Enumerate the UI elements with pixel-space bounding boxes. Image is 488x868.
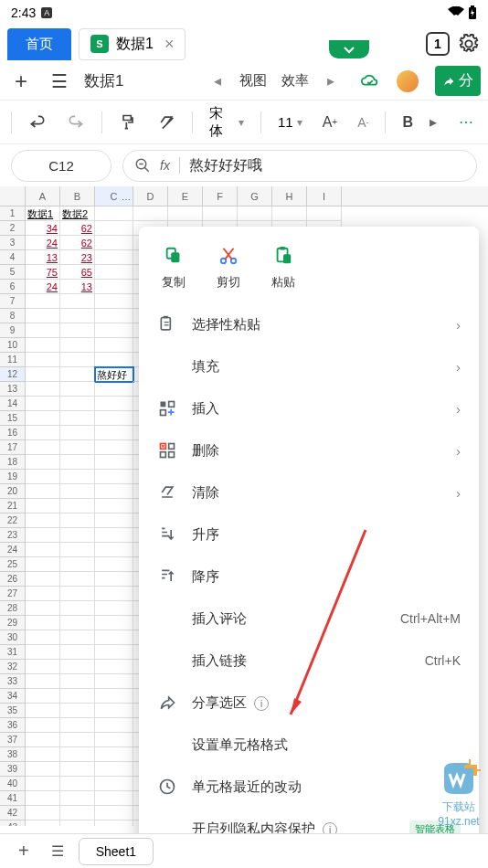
cell[interactable] [95,791,133,806]
row-header[interactable]: 12 [0,367,26,382]
row-header[interactable]: 36 [0,718,26,733]
cell[interactable] [26,557,60,572]
efficiency-menu[interactable]: 效率 [281,72,309,90]
cell[interactable] [60,294,95,309]
row-header[interactable]: 26 [0,572,26,587]
cell[interactable] [95,806,133,820]
cell[interactable] [26,382,60,397]
cell[interactable] [26,294,60,309]
font-selector[interactable]: 宋体 ▾ [202,101,251,143]
row-header[interactable]: 27 [0,587,26,601]
sheet-list-button[interactable]: ☰ [46,842,69,860]
cell[interactable] [95,543,133,557]
cell[interactable] [26,820,60,826]
cell[interactable] [60,557,95,572]
row-header[interactable]: 24 [0,543,26,557]
cell[interactable] [95,236,133,250]
row-header[interactable]: 3 [0,236,26,250]
cell[interactable] [26,543,60,557]
row-header[interactable]: 41 [0,791,26,806]
cell[interactable] [26,367,60,382]
cell[interactable] [60,762,95,777]
insert-item[interactable]: 插入 › [139,387,479,429]
cell[interactable]: 62 [60,221,95,236]
toolbar-more[interactable]: ▸ [426,110,440,134]
column-header-i[interactable]: I [307,186,342,206]
row-header[interactable]: 42 [0,806,26,820]
row-header[interactable]: 39 [0,762,26,777]
cell[interactable]: 65 [60,265,95,280]
cell[interactable] [95,250,133,265]
cell[interactable] [238,206,272,221]
nav-next[interactable]: ▸ [320,72,342,90]
row-header[interactable]: 17 [0,440,26,455]
row-header[interactable]: 43 [0,820,26,826]
cell[interactable] [95,309,133,323]
cell[interactable]: 13 [60,280,95,294]
sheet-tab[interactable]: Sheet1 [79,838,154,865]
row-header[interactable]: 21 [0,499,26,513]
cell[interactable]: 75 [26,265,60,280]
cell[interactable] [26,587,60,601]
share-button[interactable]: 分 [435,66,481,96]
cell[interactable] [95,221,133,236]
cell[interactable] [60,528,95,543]
cell[interactable] [272,206,307,221]
cell[interactable] [26,660,60,674]
cell[interactable] [133,206,168,221]
cell[interactable] [203,206,238,221]
cell[interactable] [60,806,95,820]
cell[interactable] [26,440,60,455]
cell[interactable] [26,777,60,791]
cell[interactable] [95,323,133,338]
cell[interactable] [26,674,60,689]
cell[interactable] [168,206,203,221]
column-header-b[interactable]: B [60,186,95,206]
share-selection-item[interactable]: 分享选区 i [139,682,479,724]
tab-counter[interactable]: 1 [426,32,450,56]
cell[interactable] [60,411,95,426]
cell[interactable] [95,645,133,660]
cell[interactable] [60,543,95,557]
row-header[interactable]: 29 [0,616,26,630]
row-header[interactable]: 19 [0,470,26,484]
cell[interactable] [95,601,133,616]
file-name[interactable]: 数据1 [84,70,196,91]
cell[interactable] [26,616,60,630]
row-header[interactable]: 16 [0,426,26,440]
cell[interactable] [95,733,133,747]
cell[interactable] [26,484,60,499]
row-header[interactable]: 37 [0,733,26,747]
cell[interactable] [95,777,133,791]
cell[interactable] [95,616,133,630]
bold-button[interactable]: B [395,111,420,134]
cell[interactable] [26,513,60,528]
cell[interactable] [307,206,342,221]
row-header[interactable]: 30 [0,630,26,645]
cell[interactable] [26,689,60,704]
row-header[interactable]: 22 [0,513,26,528]
row-header[interactable]: 23 [0,528,26,543]
cell[interactable] [95,557,133,572]
document-tab[interactable]: S 数据1 × [79,28,186,60]
cell[interactable] [60,645,95,660]
row-header[interactable]: 8 [0,309,26,323]
cell[interactable] [60,718,95,733]
cell[interactable] [95,338,133,353]
cell[interactable] [95,397,133,411]
cell[interactable] [60,660,95,674]
cell[interactable] [95,294,133,309]
cell[interactable] [95,499,133,513]
cell[interactable] [60,353,95,367]
cell[interactable] [95,265,133,280]
row-header[interactable]: 35 [0,704,26,718]
cell[interactable] [95,426,133,440]
cell[interactable] [26,309,60,323]
cell[interactable] [60,440,95,455]
cell[interactable] [26,704,60,718]
font-size-selector[interactable]: 11 ▾ [271,111,310,133]
row-header[interactable]: 1 [0,206,26,221]
cell[interactable] [60,484,95,499]
cloud-sync-icon[interactable] [360,71,380,91]
cell[interactable] [95,528,133,543]
